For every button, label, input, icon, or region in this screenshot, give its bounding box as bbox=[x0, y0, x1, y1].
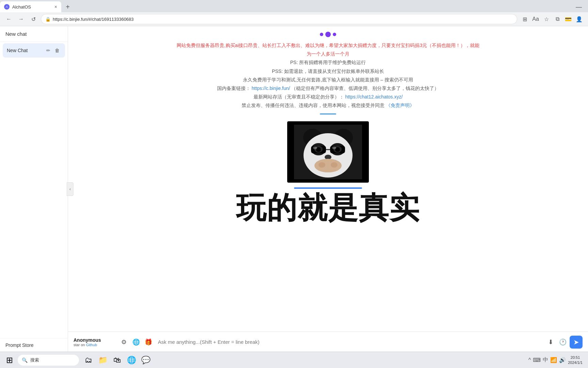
user-section: Anonymous star on Github bbox=[74, 337, 114, 347]
send-btn[interactable]: ➤ bbox=[570, 336, 583, 349]
window-controls: — bbox=[574, 2, 588, 12]
chat-edit-btn[interactable]: ✏ bbox=[45, 47, 52, 54]
svg-rect-11 bbox=[311, 146, 326, 153]
chevron-up-icon[interactable]: ^ bbox=[528, 357, 531, 363]
tab-favicon: A bbox=[4, 4, 10, 10]
svg-point-15 bbox=[332, 147, 336, 149]
notice-line7: 禁止发布、传播任何违法、违规内容，使用本网站，视您接受并同意 《免责声明》 bbox=[175, 101, 481, 110]
language-sys-icon: 中 bbox=[543, 356, 548, 364]
profile-btn[interactable]: 👤 bbox=[574, 14, 584, 24]
split-btn[interactable]: ⧉ bbox=[553, 14, 562, 24]
dot-small-left bbox=[320, 33, 323, 36]
refresh-btn[interactable]: ↺ bbox=[29, 14, 38, 24]
blue-underline bbox=[294, 187, 362, 189]
panda-svg bbox=[294, 125, 362, 179]
tab-close-btn[interactable]: × bbox=[54, 4, 57, 10]
minimize-btn[interactable]: — bbox=[574, 2, 584, 12]
taskbar-explorer-btn[interactable]: 📁 bbox=[96, 353, 110, 367]
logo-dots bbox=[320, 32, 336, 37]
browser-chrome: A AlchatOS × + — ← → ↺ 🔒 https://c.binji… bbox=[0, 0, 588, 26]
notice-line1: 网站免费但服务器昂贵,购买ai接口昂贵、站长打工入不敷出、难以为继，希望大家加大… bbox=[175, 41, 481, 58]
chat-area: 网站免费但服务器昂贵,购买ai接口昂贵、站长打工入不敷出、难以为继，希望大家加大… bbox=[68, 26, 588, 352]
clock-date: 2024/1/1 bbox=[568, 360, 583, 365]
taskbar-search[interactable]: 🔍 搜索 bbox=[18, 355, 79, 366]
new-chat-btn[interactable]: New chat bbox=[0, 26, 68, 42]
big-chinese-text: 玩的就是真实 bbox=[236, 191, 420, 225]
notice-line6: 最新网站存活（无审查且不稳定勿分享）： https://chat12.aicha… bbox=[175, 93, 481, 101]
dot-small-right bbox=[333, 33, 336, 36]
notice-line6-pre: 最新网站存活（无审查且不稳定勿分享）： bbox=[254, 94, 344, 99]
read-mode-btn[interactable]: Aa bbox=[531, 14, 540, 24]
sidebar: New chat New Chat ✏ 🗑 Prompt Store bbox=[0, 26, 68, 352]
chat-item-label: New Chat bbox=[7, 48, 42, 53]
taskbar-clock: 20:51 2024/1/1 bbox=[568, 355, 583, 365]
tab-title: AlchatOS bbox=[12, 4, 31, 10]
sidebar-collapse-btn[interactable]: ‹ bbox=[67, 182, 74, 196]
user-name: Anonymous bbox=[74, 337, 114, 343]
prompt-store-btn[interactable]: Prompt Store bbox=[0, 338, 68, 352]
gift-btn[interactable]: 🎁 bbox=[143, 337, 154, 348]
aichatos-link[interactable]: https://chat12.aichatos.xyz/ bbox=[345, 94, 403, 99]
address-bar: ← → ↺ 🔒 https://c.binjie.fun/#/chat/1691… bbox=[0, 12, 588, 26]
favorites-btn[interactable]: ☆ bbox=[542, 14, 551, 24]
notice-line5-pre: 国内备案链接： bbox=[217, 86, 250, 91]
keyboard-icon[interactable]: ⌨ bbox=[533, 357, 541, 363]
notice-line5: 国内备案链接： https://c.binjie.fun/ （稳定但有严格内容审… bbox=[175, 84, 481, 93]
download-btn[interactable]: ⬇ bbox=[545, 337, 556, 348]
svg-point-16 bbox=[314, 159, 342, 172]
lock-icon: 🔒 bbox=[45, 17, 51, 22]
disclaimer-link[interactable]: 《免责声明》 bbox=[386, 103, 414, 108]
taskbar-system: ^ ⌨ 中 📶 🔊 20:51 2024/1/1 bbox=[528, 355, 585, 365]
notice-line2: PS: 所有捐赠将用于维护免费站运行 bbox=[175, 58, 481, 67]
language-btn[interactable]: 🌐 bbox=[131, 337, 142, 348]
url-box[interactable]: 🔒 https://c.binjie.fun/#/chat/1691133360… bbox=[41, 14, 517, 24]
panda-image bbox=[287, 121, 369, 183]
notice-line5-post: （稳定但有严格内容审查、低调使用、别分享太多了，钱花的太快了） bbox=[291, 86, 439, 91]
browser-tab[interactable]: A AlchatOS × bbox=[0, 1, 61, 12]
svg-point-17 bbox=[318, 162, 325, 168]
notice-block: 网站免费但服务器昂贵,购买ai接口昂贵、站长打工入不敷出、难以为继，希望大家加大… bbox=[175, 41, 481, 110]
notice-line3: PSS: 如需退款，请直接从支付宝付款账单外联系站长 bbox=[175, 67, 481, 76]
taskbar-store-btn[interactable]: 🛍 bbox=[110, 353, 124, 367]
start-btn[interactable]: ⊞ bbox=[3, 353, 16, 367]
input-actions-right: ⬇ 🕐 ➤ bbox=[545, 336, 583, 349]
input-actions-left: ⚙ 🌐 🎁 bbox=[118, 337, 154, 348]
chat-delete-btn[interactable]: 🗑 bbox=[53, 47, 61, 54]
forward-btn[interactable]: → bbox=[16, 14, 26, 24]
svg-point-14 bbox=[313, 147, 317, 149]
binjie-link[interactable]: https://c.binjie.fun/ bbox=[252, 86, 290, 91]
history-btn[interactable]: 🕐 bbox=[557, 337, 568, 348]
chat-history-item[interactable]: New Chat ✏ 🗑 bbox=[3, 43, 65, 58]
url-text: https://c.binjie.fun/#/chat/169113336068… bbox=[53, 17, 134, 22]
wifi-icon: 📶 bbox=[550, 357, 557, 363]
chat-item-actions: ✏ 🗑 bbox=[45, 47, 61, 54]
back-btn[interactable]: ← bbox=[4, 14, 14, 24]
new-tab-btn[interactable]: + bbox=[63, 2, 73, 12]
taskbar: ⊞ 🔍 搜索 🗂 📁 🛍 🌐 💬 ^ ⌨ 中 📶 🔊 20:51 2024/1/… bbox=[0, 352, 588, 368]
wallet-btn[interactable]: 💳 bbox=[564, 14, 573, 24]
taskbar-apps: 🗂 📁 🛍 🌐 💬 bbox=[82, 353, 152, 367]
tab-bar: A AlchatOS × + — bbox=[0, 0, 588, 12]
settings-btn[interactable]: ⚙ bbox=[118, 337, 129, 348]
svg-point-18 bbox=[331, 162, 338, 168]
github-link[interactable]: Github bbox=[86, 343, 97, 347]
chat-input[interactable] bbox=[158, 339, 541, 345]
divider bbox=[320, 113, 336, 114]
taskbar-edge-btn[interactable]: 🌐 bbox=[125, 353, 138, 367]
speaker-icon: 🔊 bbox=[559, 357, 566, 363]
star-prefix: star on bbox=[74, 343, 85, 347]
notice-line7-pre: 禁止发布、传播任何违法、违规内容，使用本网站，视您接受并同意 bbox=[242, 103, 385, 108]
search-icon: 🔍 bbox=[22, 357, 28, 363]
search-text: 搜索 bbox=[30, 357, 39, 363]
taskbar-discord-btn[interactable]: 💬 bbox=[139, 353, 152, 367]
main-layout: New chat New Chat ✏ 🗑 Prompt Store ‹ bbox=[0, 26, 588, 352]
taskbar-files-btn[interactable]: 🗂 bbox=[82, 353, 95, 367]
input-bar: Anonymous star on Github ⚙ 🌐 🎁 ⬇ 🕐 ➤ bbox=[68, 332, 588, 352]
welcome-logo bbox=[320, 32, 336, 37]
extensions-btn[interactable]: ⊞ bbox=[520, 14, 529, 24]
svg-point-10 bbox=[325, 155, 331, 159]
addr-actions: ⊞ Aa ☆ ⧉ 💳 👤 bbox=[520, 14, 584, 24]
svg-rect-12 bbox=[330, 146, 345, 153]
user-github: star on Github bbox=[74, 343, 114, 347]
chat-messages: 网站免费但服务器昂贵,购买ai接口昂贵、站长打工入不敷出、难以为继，希望大家加大… bbox=[68, 26, 588, 332]
